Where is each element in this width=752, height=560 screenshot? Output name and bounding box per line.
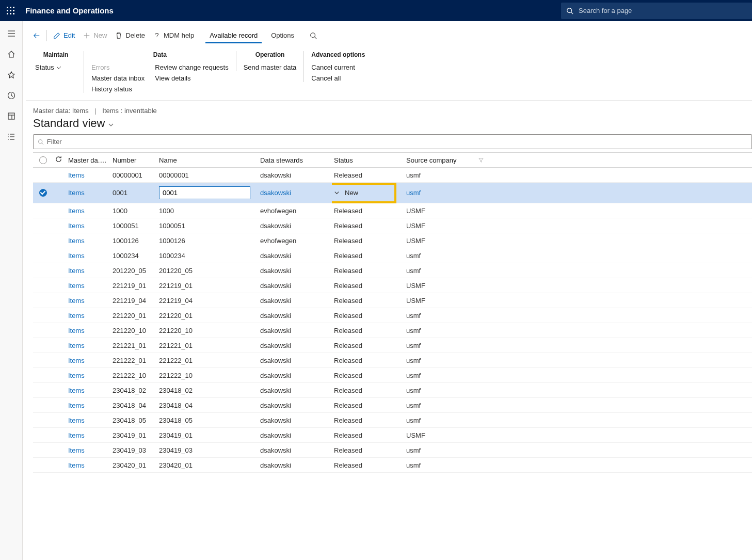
cell-status[interactable]: Released [332, 297, 404, 305]
table-row[interactable]: Items221222_10221222_10dsakowskiReleased… [33, 368, 752, 383]
master-link[interactable]: Items [68, 372, 85, 379]
cell-name[interactable]: 1000126 [157, 237, 258, 245]
master-link[interactable]: Items [68, 431, 85, 439]
master-link[interactable]: Items [68, 417, 85, 424]
cell-status[interactable]: New [332, 183, 404, 203]
table-row[interactable]: Items10002341000234dsakowskiReleasedusmf [33, 248, 752, 263]
col-name[interactable]: Name [157, 156, 258, 164]
table-row[interactable]: Items230419_03230419_03dsakowskiReleased… [33, 443, 752, 458]
cell-status[interactable]: Released [332, 402, 404, 409]
cell-status[interactable]: Released [332, 461, 404, 469]
cell-name[interactable]: 1000051 [157, 222, 258, 230]
cell-status[interactable]: Released [332, 282, 404, 290]
master-link[interactable]: Items [68, 342, 85, 349]
ribbon-view-details[interactable]: View details [155, 74, 228, 82]
view-switcher[interactable]: Standard view [23, 117, 752, 134]
table-row[interactable]: Items221219_01221219_01dsakowskiReleased… [33, 278, 752, 293]
table-row[interactable]: Items230418_05230418_05dsakowskiReleased… [33, 413, 752, 428]
grid-filter-input[interactable] [46, 137, 751, 146]
col-stewards[interactable]: Data stewards [258, 156, 332, 164]
modules-icon[interactable] [4, 132, 19, 142]
cell-name[interactable]: 221222_01 [157, 357, 258, 364]
ribbon-cancel-all[interactable]: Cancel all [311, 74, 355, 82]
master-link[interactable]: Items [68, 171, 85, 179]
master-link[interactable]: Items [68, 222, 85, 230]
col-master[interactable]: Master da... [66, 156, 110, 164]
cell-name[interactable]: 230419_03 [157, 446, 258, 454]
global-search-input[interactable] [578, 6, 732, 15]
table-row[interactable]: Items221219_04221219_04dsakowskiReleased… [33, 293, 752, 308]
cell-name[interactable]: 230418_05 [157, 417, 258, 424]
recent-icon[interactable] [4, 90, 19, 101]
ribbon-master-inbox[interactable]: Master data inbox [91, 74, 145, 82]
new-button[interactable]: New [79, 28, 111, 43]
cell-name[interactable]: 221220_10 [157, 327, 258, 334]
cell-name[interactable]: 230418_04 [157, 402, 258, 409]
cell-name[interactable]: 221219_04 [157, 297, 258, 305]
table-row[interactable]: Items0001dsakowskiNewusmf [33, 183, 752, 203]
table-row[interactable]: Items230418_02230418_02dsakowskiReleased… [33, 383, 752, 398]
master-link[interactable]: Items [68, 446, 85, 454]
col-company[interactable]: Source company [404, 156, 476, 164]
name-input[interactable] [159, 186, 250, 199]
cell-name[interactable]: 221221_01 [157, 342, 258, 349]
row-select[interactable] [33, 189, 53, 197]
mdm-help-button[interactable]: MDM help [149, 28, 198, 43]
table-row[interactable]: Items10001261000126evhofwegenReleasedUSM… [33, 233, 752, 248]
table-row[interactable]: Items230418_04230418_04dsakowskiReleased… [33, 398, 752, 413]
cell-status[interactable]: Released [332, 237, 404, 245]
cell-name[interactable]: 221222_10 [157, 372, 258, 379]
status-dropdown[interactable]: Status [35, 63, 76, 71]
cell-status[interactable]: Released [332, 372, 404, 379]
ribbon-send-master[interactable]: Send master data [244, 63, 297, 71]
tab-available-record[interactable]: Available record [205, 28, 262, 43]
breadcrumb-item[interactable]: Master data: Items [33, 107, 89, 115]
refresh-button[interactable] [53, 155, 66, 165]
edit-button[interactable]: Edit [49, 28, 79, 43]
master-link[interactable]: Items [68, 312, 85, 319]
table-row[interactable]: Items221220_01221220_01dsakowskiReleased… [33, 308, 752, 323]
select-all[interactable] [33, 156, 53, 164]
breadcrumb-item[interactable]: Items : inventtable [102, 107, 157, 115]
global-search[interactable] [561, 3, 752, 19]
cell-name[interactable]: 1000234 [157, 252, 258, 260]
back-button[interactable] [29, 28, 44, 43]
col-company-filter[interactable] [476, 156, 497, 164]
hamburger-icon[interactable] [4, 28, 19, 39]
workspaces-icon[interactable] [4, 111, 19, 121]
cell-status[interactable]: Released [332, 431, 404, 439]
table-row[interactable]: Items230420_01230420_01dsakowskiReleased… [33, 458, 752, 473]
cell-name[interactable] [157, 186, 258, 199]
table-row[interactable]: Items230419_01230419_01dsakowskiReleased… [33, 428, 752, 443]
table-row[interactable]: Items0000000100000001dsakowskiReleasedus… [33, 168, 752, 183]
master-link[interactable]: Items [68, 327, 85, 334]
master-link[interactable]: Items [68, 252, 85, 260]
master-link[interactable]: Items [68, 297, 85, 305]
master-link[interactable]: Items [68, 357, 85, 364]
master-link[interactable]: Items [68, 402, 85, 409]
master-link[interactable]: Items [68, 189, 85, 197]
cell-status[interactable]: Released [332, 327, 404, 334]
cell-name[interactable]: 230418_02 [157, 387, 258, 394]
master-link[interactable]: Items [68, 207, 85, 215]
col-number[interactable]: Number [110, 156, 157, 164]
cell-name[interactable]: 230419_01 [157, 431, 258, 439]
table-row[interactable]: Items221222_01221222_01dsakowskiReleased… [33, 353, 752, 368]
master-link[interactable]: Items [68, 237, 85, 245]
table-row[interactable]: Items221221_01221221_01dsakowskiReleased… [33, 338, 752, 353]
cell-name[interactable]: 00000001 [157, 171, 258, 179]
master-link[interactable]: Items [68, 282, 85, 290]
cell-status[interactable]: Released [332, 342, 404, 349]
col-status[interactable]: Status [332, 156, 404, 164]
table-row[interactable]: Items10001000evhofwegenReleasedUSMF [33, 203, 752, 218]
cell-status[interactable]: Released [332, 446, 404, 454]
table-row[interactable]: Items10000511000051dsakowskiReleasedUSMF [33, 218, 752, 233]
cell-status[interactable]: Released [332, 267, 404, 275]
ribbon-history-status[interactable]: History status [91, 85, 145, 93]
cell-name[interactable]: 230420_01 [157, 461, 258, 469]
delete-button[interactable]: Delete [111, 28, 149, 43]
tab-options[interactable]: Options [267, 28, 298, 43]
master-link[interactable]: Items [68, 387, 85, 394]
cell-status[interactable]: Released [332, 357, 404, 364]
app-launcher-icon[interactable] [0, 0, 21, 21]
